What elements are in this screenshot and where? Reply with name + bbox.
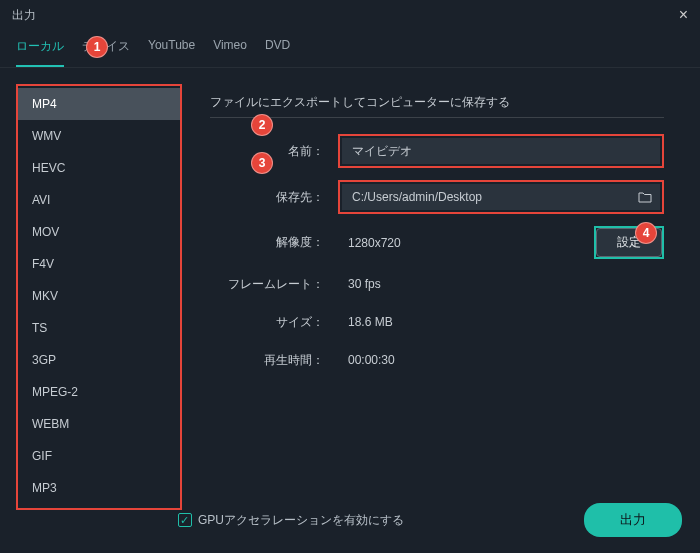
gpu-label: GPUアクセラレーションを有効にする xyxy=(198,512,404,529)
format-item-f4v[interactable]: F4V xyxy=(18,248,180,280)
name-label: 名前： xyxy=(210,143,338,160)
res-label: 解像度： xyxy=(210,234,338,251)
callout-4: 4 xyxy=(635,222,657,244)
tab-local[interactable]: ローカル xyxy=(16,30,64,67)
name-input[interactable] xyxy=(342,138,660,164)
section-title: ファイルにエクスポートしてコンピューターに保存する xyxy=(210,94,664,118)
format-item-mp4[interactable]: MP4 xyxy=(18,88,180,120)
callout-1: 1 xyxy=(86,36,108,58)
format-item-3gp[interactable]: 3GP xyxy=(18,344,180,376)
format-item-hevc[interactable]: HEVC xyxy=(18,152,180,184)
format-item-mov[interactable]: MOV xyxy=(18,216,180,248)
callout-3: 3 xyxy=(251,152,273,174)
export-button[interactable]: 出力 xyxy=(584,503,682,537)
dur-label: 再生時間： xyxy=(210,352,338,369)
size-label: サイズ： xyxy=(210,314,338,331)
folder-icon[interactable] xyxy=(638,191,652,203)
format-item-avi[interactable]: AVI xyxy=(18,184,180,216)
size-value: 18.6 MB xyxy=(338,309,664,335)
fps-label: フレームレート： xyxy=(210,276,338,293)
tab-dvd[interactable]: DVD xyxy=(265,30,290,67)
dur-value: 00:00:30 xyxy=(338,347,664,373)
close-icon[interactable]: × xyxy=(679,6,688,24)
tab-youtube[interactable]: YouTube xyxy=(148,30,195,67)
res-value: 1280x720 xyxy=(338,230,586,256)
fps-value: 30 fps xyxy=(338,271,664,297)
format-item-webm[interactable]: WEBM xyxy=(18,408,180,440)
gpu-checkbox[interactable]: ✓ xyxy=(178,513,192,527)
format-list: MP4 WMV HEVC AVI MOV F4V MKV TS 3GP MPEG… xyxy=(16,84,182,510)
dest-input[interactable] xyxy=(342,184,660,210)
tab-vimeo[interactable]: Vimeo xyxy=(213,30,247,67)
window-title: 出力 xyxy=(12,7,36,24)
format-item-gif[interactable]: GIF xyxy=(18,440,180,472)
format-item-ts[interactable]: TS xyxy=(18,312,180,344)
format-item-wmv[interactable]: WMV xyxy=(18,120,180,152)
callout-2: 2 xyxy=(251,114,273,136)
format-item-mkv[interactable]: MKV xyxy=(18,280,180,312)
dest-label: 保存先： xyxy=(210,189,338,206)
format-item-mpeg2[interactable]: MPEG-2 xyxy=(18,376,180,408)
